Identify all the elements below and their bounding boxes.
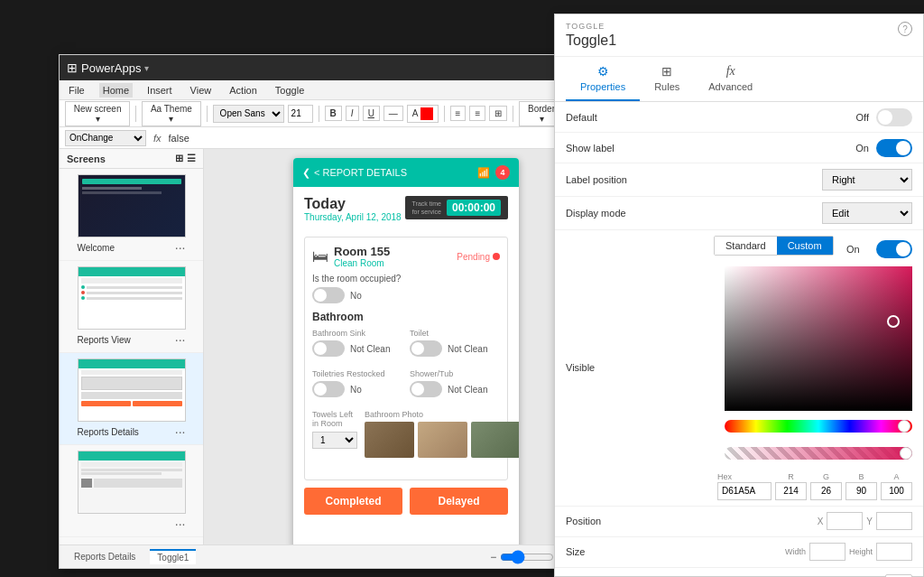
back-button[interactable]: ❮ < REPORT DETAILS	[302, 167, 407, 179]
rules-icon: ⊞	[661, 64, 672, 79]
toilet-toggle[interactable]	[410, 340, 442, 357]
reports-details-dots[interactable]: ···	[175, 424, 186, 439]
tab-reports-details[interactable]: Reports Details	[67, 550, 143, 563]
custom-tab[interactable]: Custom	[777, 237, 833, 255]
reports-view-dots[interactable]: ···	[175, 332, 186, 347]
g-input[interactable]	[810, 482, 842, 500]
font-select[interactable]: Open Sans	[213, 105, 284, 123]
color-panel: TOGGLE Toggle1 ? ⚙ Properties ⊞ Rules fx…	[554, 14, 924, 577]
reports-details-thumb	[78, 358, 186, 422]
tab-rules[interactable]: ⊞ Rules	[640, 57, 694, 101]
title-chevron-icon[interactable]: ▾	[144, 63, 149, 73]
default-value: Off	[656, 108, 912, 126]
color-button[interactable]: A	[407, 105, 439, 123]
standard-tab[interactable]: Standard	[715, 237, 777, 255]
powerapps-window: ⊞ PowerApps ▾ SmartHo File Home Insert V…	[59, 54, 609, 569]
welcome-dots[interactable]: ···	[175, 240, 186, 255]
screens-grid-icon[interactable]: ⊞	[175, 153, 183, 164]
screen-item-welcome[interactable]: Welcome ···	[60, 169, 203, 261]
photo-3[interactable]	[471, 422, 519, 458]
r-input[interactable]	[775, 482, 807, 500]
sink-toggle[interactable]	[312, 340, 345, 357]
advanced-tab-label: Advanced	[708, 81, 753, 92]
theme-button[interactable]: Aa Theme ▾	[142, 101, 200, 126]
formula-dropdown[interactable]: OnChange	[65, 130, 146, 146]
delayed-button[interactable]: Delayed	[410, 488, 508, 515]
menu-file[interactable]: File	[65, 83, 88, 98]
zoom-out-button[interactable]: −	[490, 551, 496, 563]
prop-false-fill: False fill	[555, 568, 923, 578]
zoom-slider[interactable]	[500, 550, 554, 564]
show-label-label: Show label	[566, 143, 656, 154]
photo-2[interactable]	[418, 422, 467, 458]
b-input[interactable]	[845, 482, 877, 500]
notification-badge[interactable]: 4	[495, 165, 510, 180]
toggle-type-label: TOGGLE	[566, 22, 616, 31]
underline-button[interactable]: U	[363, 106, 380, 121]
new-screen-button[interactable]: New screen ▾	[65, 101, 130, 126]
font-size-input[interactable]	[288, 105, 313, 123]
occupied-toggle[interactable]	[312, 287, 345, 303]
screen-item-4[interactable]: ···	[60, 445, 203, 537]
label-position-select[interactable]: Right Left	[822, 169, 912, 191]
display-mode-select[interactable]: Edit View	[822, 202, 912, 224]
toilet-subsection: Toilet Not Clean	[410, 329, 500, 364]
welcome-screen-label: Welcome ···	[78, 240, 186, 255]
completed-button[interactable]: Completed	[304, 488, 402, 515]
tab-advanced[interactable]: fx Advanced	[694, 57, 767, 101]
screen-item-reports-details[interactable]: Reports Details ···	[60, 353, 203, 445]
track-time-bar: Track timefor service 00:00:00	[405, 196, 508, 219]
screen-4-label: ···	[78, 517, 186, 531]
show-label-value: On	[656, 139, 912, 157]
photo-1[interactable]	[365, 422, 414, 458]
align-center-button[interactable]: ≡	[469, 106, 485, 121]
menu-home[interactable]: Home	[99, 83, 133, 98]
hue-slider[interactable]	[725, 420, 912, 433]
strikethrough-button[interactable]: —	[383, 106, 403, 121]
date-label: Today	[304, 196, 402, 212]
bold-button[interactable]: B	[325, 106, 342, 121]
a-input[interactable]	[881, 482, 912, 500]
menu-action[interactable]: Action	[226, 83, 261, 98]
separator	[513, 106, 513, 122]
formula-bar: OnChange fx	[60, 127, 608, 149]
hue-thumb[interactable]	[898, 420, 910, 433]
hex-row: Hex R G B	[717, 472, 912, 500]
reports-view-thumb	[78, 266, 186, 330]
menu-toggle[interactable]: Toggle	[272, 83, 308, 98]
color-cursor[interactable]	[887, 315, 900, 328]
width-input[interactable]	[809, 543, 845, 561]
formula-input[interactable]	[169, 133, 603, 144]
screens-list-icon[interactable]: ☰	[187, 153, 196, 164]
toiletries-toggle[interactable]	[312, 381, 345, 397]
size-value: Width Height	[656, 543, 912, 561]
photo-section: Bathroom Photo	[365, 410, 519, 467]
waffle-icon[interactable]: ⊞	[67, 60, 78, 75]
help-icon[interactable]: ?	[898, 22, 912, 36]
menu-insert[interactable]: Insert	[143, 83, 176, 98]
default-label: Default	[566, 112, 656, 123]
screen-4-dots[interactable]: ···	[175, 517, 186, 531]
alpha-thumb[interactable]	[900, 447, 912, 460]
shower-toggle[interactable]	[410, 381, 442, 397]
r-group: R	[775, 472, 807, 500]
menu-view[interactable]: View	[187, 83, 216, 98]
screens-icons: ⊞ ☰	[175, 153, 196, 164]
tab-toggle1[interactable]: Toggle1	[150, 549, 196, 564]
default-toggle[interactable]	[876, 108, 912, 126]
tab-properties[interactable]: ⚙ Properties	[566, 57, 640, 101]
indent-button[interactable]: ⊞	[489, 106, 507, 121]
y-input[interactable]	[876, 512, 912, 530]
hex-input[interactable]	[717, 482, 772, 500]
x-input[interactable]	[827, 512, 863, 530]
towels-select[interactable]: 1 2 3	[312, 432, 357, 449]
show-label-toggle[interactable]	[876, 139, 912, 157]
visible-toggle[interactable]	[876, 240, 912, 258]
alpha-slider[interactable]	[725, 447, 912, 460]
height-input[interactable]	[876, 543, 912, 561]
align-left-button[interactable]: ≡	[450, 106, 467, 121]
italic-button[interactable]: I	[346, 106, 359, 121]
separator	[135, 106, 136, 122]
screen-item-reports-view[interactable]: Reports View ···	[60, 261, 203, 353]
color-gradient[interactable]	[725, 266, 912, 411]
